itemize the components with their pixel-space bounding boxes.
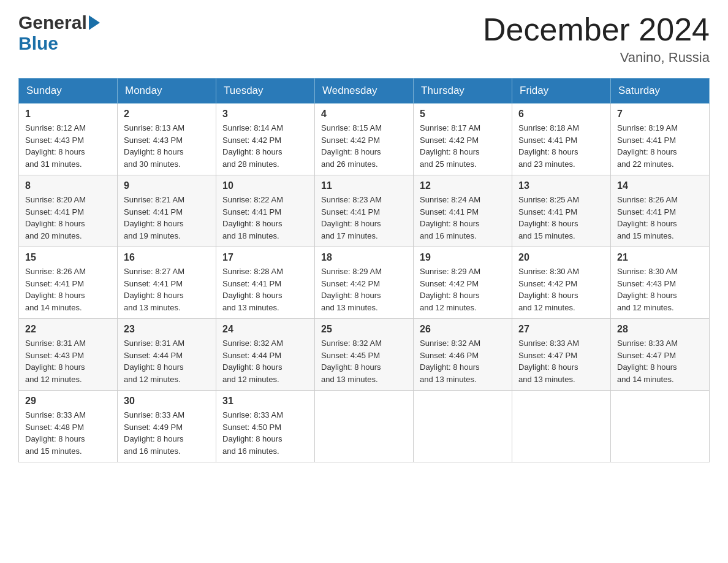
table-row: 24 Sunrise: 8:32 AMSunset: 4:44 PMDaylig…	[216, 319, 315, 391]
table-row: 9 Sunrise: 8:21 AMSunset: 4:41 PMDayligh…	[118, 175, 216, 247]
table-row: 22 Sunrise: 8:31 AMSunset: 4:43 PMDaylig…	[19, 319, 118, 391]
header-monday: Monday	[118, 79, 216, 104]
day-info: Sunrise: 8:31 AMSunset: 4:44 PMDaylight:…	[124, 339, 184, 384]
day-info: Sunrise: 8:26 AMSunset: 4:41 PMDaylight:…	[25, 267, 86, 312]
day-number: 3	[222, 109, 308, 120]
day-info: Sunrise: 8:32 AMSunset: 4:44 PMDaylight:…	[222, 339, 283, 384]
day-info: Sunrise: 8:27 AMSunset: 4:41 PMDaylight:…	[124, 267, 184, 312]
day-number: 30	[124, 396, 210, 407]
day-info: Sunrise: 8:21 AMSunset: 4:41 PMDaylight:…	[124, 195, 184, 240]
header-thursday: Thursday	[414, 79, 512, 104]
day-number: 17	[222, 252, 308, 263]
calendar-week-5: 29 Sunrise: 8:33 AMSunset: 4:48 PMDaylig…	[19, 391, 710, 462]
day-number: 14	[617, 180, 703, 191]
table-row: 29 Sunrise: 8:33 AMSunset: 4:48 PMDaylig…	[19, 391, 118, 462]
table-row: 14 Sunrise: 8:26 AMSunset: 4:41 PMDaylig…	[611, 175, 710, 247]
page-header: General Blue December 2024 Vanino, Russi…	[18, 12, 710, 66]
table-row: 21 Sunrise: 8:30 AMSunset: 4:43 PMDaylig…	[611, 247, 710, 319]
day-info: Sunrise: 8:31 AMSunset: 4:43 PMDaylight:…	[25, 339, 86, 384]
page-title: December 2024	[483, 12, 710, 47]
table-row: 27 Sunrise: 8:33 AMSunset: 4:47 PMDaylig…	[512, 319, 611, 391]
day-number: 16	[124, 252, 210, 263]
calendar-week-3: 15 Sunrise: 8:26 AMSunset: 4:41 PMDaylig…	[19, 247, 710, 319]
table-row: 3 Sunrise: 8:14 AMSunset: 4:42 PMDayligh…	[216, 104, 315, 175]
day-info: Sunrise: 8:28 AMSunset: 4:41 PMDaylight:…	[222, 267, 283, 312]
day-number: 6	[518, 109, 604, 120]
day-info: Sunrise: 8:32 AMSunset: 4:46 PMDaylight:…	[420, 339, 480, 384]
day-number: 11	[321, 180, 407, 191]
day-number: 12	[420, 180, 506, 191]
table-row: 25 Sunrise: 8:32 AMSunset: 4:45 PMDaylig…	[315, 319, 414, 391]
day-info: Sunrise: 8:33 AMSunset: 4:49 PMDaylight:…	[124, 410, 184, 456]
logo-general-text: General	[18, 12, 87, 33]
day-number: 2	[124, 109, 210, 120]
day-number: 19	[420, 252, 506, 263]
table-row: 16 Sunrise: 8:27 AMSunset: 4:41 PMDaylig…	[118, 247, 216, 319]
header-wednesday: Wednesday	[315, 79, 414, 104]
calendar-week-4: 22 Sunrise: 8:31 AMSunset: 4:43 PMDaylig…	[19, 319, 710, 391]
day-info: Sunrise: 8:23 AMSunset: 4:41 PMDaylight:…	[321, 195, 382, 240]
day-number: 1	[25, 109, 111, 120]
table-row: 19 Sunrise: 8:29 AMSunset: 4:42 PMDaylig…	[414, 247, 512, 319]
day-info: Sunrise: 8:33 AMSunset: 4:48 PMDaylight:…	[25, 410, 86, 456]
table-row	[315, 391, 414, 462]
table-row: 1 Sunrise: 8:12 AMSunset: 4:43 PMDayligh…	[19, 104, 118, 175]
header-saturday: Saturday	[611, 79, 710, 104]
title-area: December 2024 Vanino, Russia	[483, 12, 710, 66]
table-row: 13 Sunrise: 8:25 AMSunset: 4:41 PMDaylig…	[512, 175, 611, 247]
calendar-table: Sunday Monday Tuesday Wednesday Thursday…	[18, 78, 710, 462]
day-info: Sunrise: 8:30 AMSunset: 4:43 PMDaylight:…	[617, 267, 678, 312]
day-number: 9	[124, 180, 210, 191]
day-info: Sunrise: 8:33 AMSunset: 4:47 PMDaylight:…	[617, 339, 678, 384]
day-number: 25	[321, 324, 407, 335]
logo-blue-text: Blue	[18, 33, 58, 54]
day-number: 10	[222, 180, 308, 191]
table-row	[611, 391, 710, 462]
day-info: Sunrise: 8:33 AMSunset: 4:47 PMDaylight:…	[518, 339, 579, 384]
table-row: 5 Sunrise: 8:17 AMSunset: 4:42 PMDayligh…	[414, 104, 512, 175]
table-row: 26 Sunrise: 8:32 AMSunset: 4:46 PMDaylig…	[414, 319, 512, 391]
header-friday: Friday	[512, 79, 611, 104]
day-info: Sunrise: 8:24 AMSunset: 4:41 PMDaylight:…	[420, 195, 480, 240]
day-number: 27	[518, 324, 604, 335]
day-info: Sunrise: 8:29 AMSunset: 4:42 PMDaylight:…	[321, 267, 382, 312]
location-subtitle: Vanino, Russia	[483, 50, 710, 66]
calendar-header-row: Sunday Monday Tuesday Wednesday Thursday…	[19, 79, 710, 104]
day-info: Sunrise: 8:13 AMSunset: 4:43 PMDaylight:…	[124, 123, 184, 169]
calendar-week-1: 1 Sunrise: 8:12 AMSunset: 4:43 PMDayligh…	[19, 104, 710, 175]
table-row: 10 Sunrise: 8:22 AMSunset: 4:41 PMDaylig…	[216, 175, 315, 247]
day-info: Sunrise: 8:17 AMSunset: 4:42 PMDaylight:…	[420, 123, 480, 169]
day-number: 24	[222, 324, 308, 335]
table-row: 18 Sunrise: 8:29 AMSunset: 4:42 PMDaylig…	[315, 247, 414, 319]
day-number: 21	[617, 252, 703, 263]
day-number: 20	[518, 252, 604, 263]
table-row: 28 Sunrise: 8:33 AMSunset: 4:47 PMDaylig…	[611, 319, 710, 391]
day-number: 13	[518, 180, 604, 191]
day-number: 4	[321, 109, 407, 120]
day-info: Sunrise: 8:29 AMSunset: 4:42 PMDaylight:…	[420, 267, 480, 312]
table-row: 6 Sunrise: 8:18 AMSunset: 4:41 PMDayligh…	[512, 104, 611, 175]
table-row	[414, 391, 512, 462]
day-info: Sunrise: 8:32 AMSunset: 4:45 PMDaylight:…	[321, 339, 382, 384]
table-row: 20 Sunrise: 8:30 AMSunset: 4:42 PMDaylig…	[512, 247, 611, 319]
day-number: 5	[420, 109, 506, 120]
day-info: Sunrise: 8:20 AMSunset: 4:41 PMDaylight:…	[25, 195, 86, 240]
day-number: 22	[25, 324, 111, 335]
calendar-week-2: 8 Sunrise: 8:20 AMSunset: 4:41 PMDayligh…	[19, 175, 710, 247]
day-number: 26	[420, 324, 506, 335]
table-row: 31 Sunrise: 8:33 AMSunset: 4:50 PMDaylig…	[216, 391, 315, 462]
day-number: 15	[25, 252, 111, 263]
header-tuesday: Tuesday	[216, 79, 315, 104]
day-number: 18	[321, 252, 407, 263]
day-info: Sunrise: 8:18 AMSunset: 4:41 PMDaylight:…	[518, 123, 579, 169]
day-number: 8	[25, 180, 111, 191]
day-info: Sunrise: 8:33 AMSunset: 4:50 PMDaylight:…	[222, 410, 283, 456]
day-info: Sunrise: 8:26 AMSunset: 4:41 PMDaylight:…	[617, 195, 678, 240]
table-row: 23 Sunrise: 8:31 AMSunset: 4:44 PMDaylig…	[118, 319, 216, 391]
day-number: 7	[617, 109, 703, 120]
table-row: 8 Sunrise: 8:20 AMSunset: 4:41 PMDayligh…	[19, 175, 118, 247]
table-row: 30 Sunrise: 8:33 AMSunset: 4:49 PMDaylig…	[118, 391, 216, 462]
day-info: Sunrise: 8:19 AMSunset: 4:41 PMDaylight:…	[617, 123, 678, 169]
header-sunday: Sunday	[19, 79, 118, 104]
day-number: 29	[25, 396, 111, 407]
